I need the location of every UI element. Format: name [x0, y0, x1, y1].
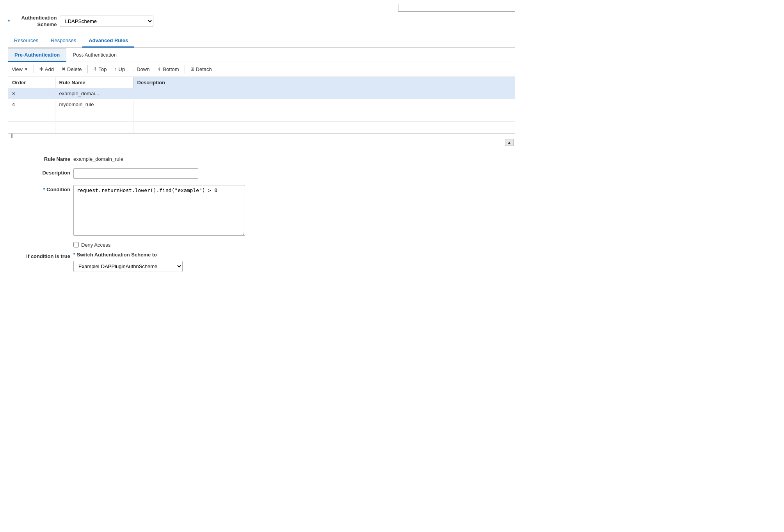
cell-description	[133, 99, 515, 110]
view-button[interactable]: View ▼	[8, 64, 32, 74]
tab-pre-authentication[interactable]: Pre-Authentication	[8, 48, 66, 62]
detach-button[interactable]: ⊞ Detach	[187, 64, 216, 74]
auth-scheme-label: Authentication Scheme	[14, 15, 57, 28]
add-label: Add	[45, 66, 54, 72]
detach-icon: ⊞	[190, 66, 194, 72]
rule-name-row: Rule Name example_domain_rule	[8, 155, 515, 162]
deny-access-label: Deny Access	[81, 242, 110, 248]
switch-auth-label-row: * Switch Authentication Scheme to	[73, 252, 183, 258]
deny-access-row: Deny Access	[8, 242, 515, 248]
delete-label: Delete	[67, 66, 82, 72]
condition-row: * Condition request.returnHost.lower().f…	[8, 185, 515, 236]
up-icon: ↑	[115, 66, 117, 72]
up-button[interactable]: ↑ Up	[111, 64, 129, 74]
toolbar: View ▼ ✚ Add ✖ Delete ↟ Top ↑ Up ↓ Down …	[8, 62, 515, 77]
switch-auth-scheme-label: Switch Authentication Scheme to	[77, 252, 157, 258]
resize-area	[8, 134, 515, 138]
col-header-rule-name: Rule Name	[55, 77, 133, 88]
description-label: Description	[8, 168, 70, 176]
toolbar-divider-2	[87, 65, 88, 73]
cell-order: 4	[8, 99, 55, 110]
detail-form: Rule Name example_domain_rule Descriptio…	[8, 147, 515, 283]
down-label: Down	[137, 66, 149, 72]
bottom-button[interactable]: ↡ Bottom	[153, 64, 183, 74]
delete-icon: ✖	[62, 66, 66, 72]
top-partial-element	[398, 4, 515, 12]
switch-auth-select[interactable]: ExampleLDAPPluginAuthnSchemeLDAPSchemeDe…	[73, 261, 183, 272]
toolbar-divider-3	[185, 65, 185, 73]
cell-description	[133, 88, 515, 99]
sub-tabs: Pre-Authentication Post-Authentication	[8, 48, 515, 62]
col-header-order: Order	[8, 77, 55, 88]
view-label: View	[12, 66, 23, 72]
up-label: Up	[119, 66, 125, 72]
table-row-empty	[8, 121, 515, 133]
toolbar-divider-1	[34, 65, 34, 73]
top-button[interactable]: ↟ Top	[89, 64, 111, 74]
auth-scheme-select[interactable]: LDAPSchemeDefaultSchemeBasicScheme	[60, 16, 153, 27]
condition-textarea[interactable]: request.returnHost.lower().find("example…	[73, 185, 245, 236]
rule-name-value: example_domain_rule	[73, 155, 123, 162]
cell-order: 3	[8, 88, 55, 99]
scroll-up-button[interactable]: ▲	[505, 139, 514, 146]
if-condition-content: * Switch Authentication Scheme to Exampl…	[73, 252, 183, 272]
deny-access-checkbox[interactable]	[73, 242, 79, 247]
main-tabs: Resources Responses Advanced Rules	[8, 34, 515, 48]
bottom-scroll-area: ▲	[8, 138, 515, 147]
down-icon: ↓	[133, 66, 135, 72]
add-icon: ✚	[39, 66, 43, 72]
view-dropdown-arrow-icon: ▼	[24, 67, 28, 71]
description-row: Description	[8, 168, 515, 179]
tab-resources[interactable]: Resources	[8, 34, 44, 47]
tab-responses[interactable]: Responses	[44, 34, 82, 47]
description-input[interactable]	[73, 168, 198, 179]
if-condition-label: If condition is true	[8, 252, 70, 259]
down-button[interactable]: ↓ Down	[129, 64, 153, 74]
rule-name-label: Rule Name	[8, 155, 70, 162]
if-condition-row: If condition is true * Switch Authentica…	[8, 252, 515, 272]
top-label: Top	[99, 66, 107, 72]
add-button[interactable]: ✚ Add	[36, 64, 58, 74]
cell-rule-name: example_domai...	[55, 88, 133, 99]
resize-handle[interactable]	[11, 133, 12, 138]
table-row[interactable]: 4 mydomain_rule	[8, 99, 515, 110]
switch-auth-required-star: *	[73, 252, 75, 258]
rules-table: Order Rule Name Description 3 example_do…	[8, 77, 515, 133]
cell-rule-name: mydomain_rule	[55, 99, 133, 110]
col-header-description: Description	[133, 77, 515, 88]
bottom-label: Bottom	[163, 66, 179, 72]
table-row-empty	[8, 110, 515, 121]
detach-label: Detach	[196, 66, 212, 72]
delete-button[interactable]: ✖ Delete	[58, 64, 86, 74]
tab-post-authentication[interactable]: Post-Authentication	[66, 48, 123, 62]
condition-required-star: *	[43, 187, 45, 192]
table-row[interactable]: 3 example_domai...	[8, 88, 515, 99]
condition-label: * Condition	[8, 185, 70, 192]
tab-advanced-rules[interactable]: Advanced Rules	[82, 34, 134, 48]
top-icon: ↟	[93, 66, 97, 72]
auth-scheme-required-star: *	[8, 18, 10, 25]
data-table-wrapper: Order Rule Name Description 3 example_do…	[8, 77, 515, 134]
bottom-icon: ↡	[157, 66, 161, 72]
